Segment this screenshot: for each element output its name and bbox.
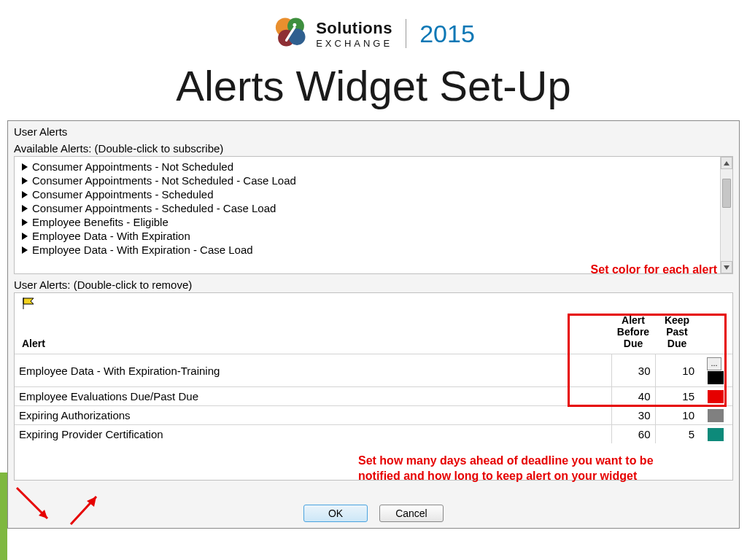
color-cell[interactable]	[699, 406, 732, 425]
available-alert-item[interactable]: Consumer Appointments - Not Scheduled - …	[15, 174, 732, 187]
list-item-label: Consumer Appointments - Scheduled - Case…	[32, 202, 276, 214]
alert-name-cell: Employee Data - With Expiration-Training	[15, 354, 611, 387]
col-past: Keep Past Due	[655, 313, 699, 354]
brand-divider	[406, 19, 406, 48]
ok-button[interactable]: OK	[303, 505, 368, 522]
cancel-button[interactable]: Cancel	[379, 505, 444, 522]
keep-past-cell[interactable]: 10	[655, 406, 699, 425]
col-color	[699, 313, 732, 354]
list-item-label: Consumer Appointments - Not Scheduled	[32, 160, 233, 173]
user-alerts-label: User Alerts: (Double-click to remove)	[9, 277, 738, 292]
keep-past-cell[interactable]: 10	[655, 354, 699, 387]
color-picker-button[interactable]: ...	[707, 357, 721, 370]
expand-icon	[22, 219, 28, 226]
brand-text: Solutions Exchange	[316, 19, 392, 49]
keep-past-cell[interactable]: 5	[655, 425, 699, 444]
days-annotation: Set how many days ahead of deadline you …	[358, 454, 672, 484]
alert-before-cell[interactable]: 30	[611, 354, 655, 387]
brand-top: Solutions	[316, 19, 392, 38]
table-row[interactable]: Employee Data - With Expiration-Training…	[15, 354, 732, 387]
available-alert-item[interactable]: Consumer Appointments - Not Scheduled	[15, 160, 732, 174]
color-swatch	[708, 371, 724, 384]
alert-name-cell: Expiring Authorizations	[15, 406, 611, 425]
brand-bottom: Exchange	[316, 38, 392, 49]
expand-icon	[22, 233, 28, 240]
table-row[interactable]: Expiring Provider Certification605	[15, 425, 732, 444]
available-alert-item[interactable]: Consumer Appointments - Scheduled - Case…	[15, 201, 732, 215]
available-alerts-label: Available Alerts: (Double-click to subsc…	[9, 141, 738, 156]
alert-before-cell[interactable]: 30	[611, 406, 655, 425]
available-alerts-list[interactable]: Consumer Appointments - Not ScheduledCon…	[14, 156, 733, 274]
expand-icon	[22, 205, 28, 212]
color-annotation: Set color for each alert	[591, 263, 717, 276]
user-alerts-table: Alert Alert Before Due Keep Past Due Emp…	[15, 313, 732, 443]
color-swatch	[708, 428, 724, 441]
alert-name-cell: Expiring Provider Certification	[15, 425, 611, 444]
slide-edge-decoration	[0, 472, 7, 560]
alert-name-cell: Employee Evaluations Due/Past Due	[15, 387, 611, 406]
alert-before-cell[interactable]: 60	[611, 425, 655, 444]
brand-logo: Solutions Exchange 2015	[0, 13, 747, 54]
keep-past-cell[interactable]: 15	[655, 387, 699, 406]
page-title: Alerts Widget Set-Up	[0, 61, 747, 110]
expand-icon	[22, 191, 28, 198]
available-alert-item[interactable]: Employee Benefits - Eligible	[15, 215, 732, 229]
available-alert-item[interactable]: Employee Data - With Expiration	[15, 229, 732, 243]
alert-before-cell[interactable]: 40	[611, 387, 655, 406]
scroll-down-button[interactable]	[721, 261, 732, 273]
list-item-label: Consumer Appointments - Scheduled	[32, 188, 213, 201]
expand-icon	[22, 163, 28, 171]
color-cell[interactable]	[699, 425, 732, 444]
scrollbar[interactable]	[720, 157, 732, 273]
dialog-title: User Alerts	[9, 122, 738, 141]
brand-year: 2015	[419, 20, 475, 48]
list-item-label: Employee Data - With Expiration	[32, 230, 190, 242]
col-alert: Alert	[15, 313, 611, 354]
list-item-label: Consumer Appointments - Not Scheduled - …	[32, 174, 296, 187]
user-alerts-table-container: Alert Alert Before Due Keep Past Due Emp…	[14, 292, 733, 481]
flag-icon	[15, 293, 732, 313]
expand-icon	[22, 177, 28, 184]
col-before: Alert Before Due	[611, 313, 655, 354]
table-row[interactable]: Employee Evaluations Due/Past Due4015	[15, 387, 732, 406]
color-cell[interactable]: ...	[699, 354, 732, 387]
table-row[interactable]: Expiring Authorizations3010	[15, 406, 732, 425]
color-swatch	[708, 390, 724, 403]
scroll-thumb[interactable]	[722, 179, 731, 208]
list-item-label: Employee Data - With Expiration - Case L…	[32, 244, 253, 256]
available-alert-item[interactable]: Consumer Appointments - Scheduled	[15, 187, 732, 201]
color-cell[interactable]	[699, 387, 732, 406]
brand-icon	[272, 13, 310, 54]
slide-header: Solutions Exchange 2015 Alerts Widget Se…	[0, 0, 747, 110]
list-item-label: Employee Benefits - Eligible	[32, 216, 169, 228]
dialog-buttons: OK Cancel	[8, 505, 739, 522]
color-swatch	[708, 409, 724, 422]
user-alerts-dialog: User Alerts Available Alerts: (Double-cl…	[7, 120, 740, 529]
available-alert-item[interactable]: Employee Data - With Expiration - Case L…	[15, 243, 732, 257]
scroll-up-button[interactable]	[721, 157, 732, 169]
expand-icon	[22, 246, 28, 254]
